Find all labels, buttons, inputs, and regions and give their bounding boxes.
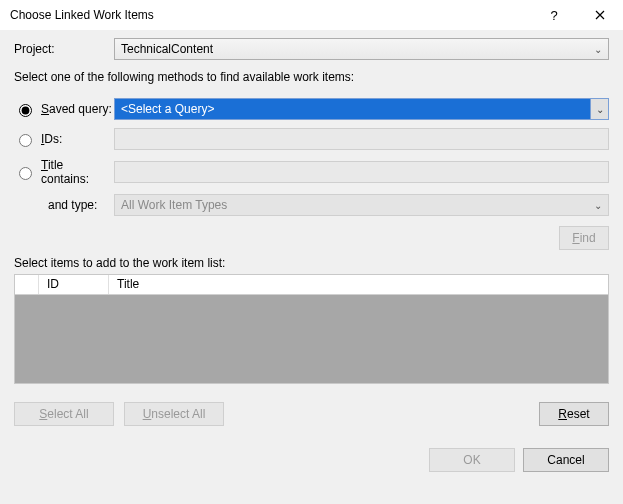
ok-button[interactable]: OK (429, 448, 515, 472)
close-button[interactable] (577, 0, 623, 30)
title-bar: Choose Linked Work Items ? (0, 0, 623, 30)
chevron-down-icon: ⌄ (594, 200, 602, 211)
results-grid[interactable]: ID Title (14, 274, 609, 384)
window-title: Choose Linked Work Items (10, 8, 531, 22)
and-type-value: All Work Item Types (121, 198, 227, 212)
grid-col-title[interactable]: Title (109, 275, 608, 294)
project-label: Project: (14, 42, 114, 56)
grid-col-id[interactable]: ID (39, 275, 109, 294)
grid-header: ID Title (15, 275, 608, 295)
title-contains-label: Title contains: (41, 158, 114, 186)
unselect-all-button[interactable]: Unselect All (124, 402, 224, 426)
grid-heading: Select items to add to the work item lis… (14, 256, 609, 270)
saved-query-radio[interactable] (19, 104, 32, 117)
and-type-label: and type: (14, 198, 114, 212)
title-contains-radio[interactable] (19, 167, 32, 180)
project-row: Project: TechnicalContent ⌄ (14, 38, 609, 60)
ids-label: IDs: (41, 132, 62, 146)
ids-input[interactable] (114, 128, 609, 150)
project-value: TechnicalContent (121, 42, 213, 56)
and-type-combo: All Work Item Types ⌄ (114, 194, 609, 216)
chevron-down-icon: ⌄ (590, 99, 608, 119)
chevron-down-icon: ⌄ (594, 44, 602, 55)
help-button[interactable]: ? (531, 0, 577, 30)
select-all-button[interactable]: Select All (14, 402, 114, 426)
saved-query-combo[interactable]: <Select a Query> ⌄ (114, 98, 609, 120)
saved-query-row: Saved query: <Select a Query> ⌄ (14, 98, 609, 120)
dialog-footer: OK Cancel (0, 438, 623, 482)
saved-query-label: Saved query: (41, 102, 112, 116)
reset-button[interactable]: Reset (539, 402, 609, 426)
ids-radio[interactable] (19, 134, 32, 147)
close-icon (595, 10, 605, 20)
instruction-text: Select one of the following methods to f… (14, 70, 609, 84)
find-button[interactable]: Find (559, 226, 609, 250)
title-contains-input[interactable] (114, 161, 609, 183)
selection-buttons: Select All Unselect All Reset (14, 402, 609, 426)
grid-col-check[interactable] (15, 275, 39, 294)
saved-query-value: <Select a Query> (121, 102, 214, 116)
title-contains-row: Title contains: (14, 158, 609, 186)
cancel-button[interactable]: Cancel (523, 448, 609, 472)
dialog-content: Project: TechnicalContent ⌄ Select one o… (0, 30, 623, 426)
project-combo[interactable]: TechnicalContent ⌄ (114, 38, 609, 60)
ids-row: IDs: (14, 128, 609, 150)
and-type-row: and type: All Work Item Types ⌄ (14, 194, 609, 216)
